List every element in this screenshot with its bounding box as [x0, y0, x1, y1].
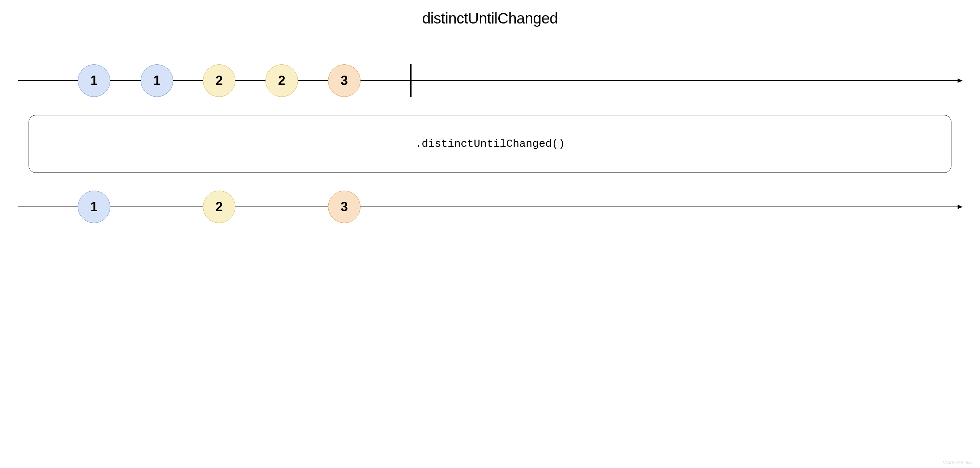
- marble-2: 2: [203, 64, 235, 97]
- marble-3: 3: [328, 64, 361, 97]
- timeline-arrow-icon: [958, 78, 963, 83]
- diagram-title: distinctUntilChanged: [422, 10, 558, 27]
- input-timeline: 11223: [18, 80, 962, 81]
- complete-marker: [410, 64, 412, 97]
- marble-1: 1: [78, 191, 110, 223]
- marble-3: 3: [328, 191, 361, 223]
- marble-1: 1: [78, 64, 110, 97]
- output-timeline: 123: [18, 207, 962, 207]
- timeline-arrow-icon: [958, 205, 963, 209]
- marble-2: 2: [266, 64, 298, 97]
- operator-box: .distinctUntilChanged(): [29, 115, 951, 173]
- watermark-text: CSDN @Hirezy: [943, 460, 973, 464]
- marble-1: 1: [141, 64, 173, 97]
- operator-label: .distinctUntilChanged(): [415, 138, 565, 150]
- marble-2: 2: [203, 191, 235, 223]
